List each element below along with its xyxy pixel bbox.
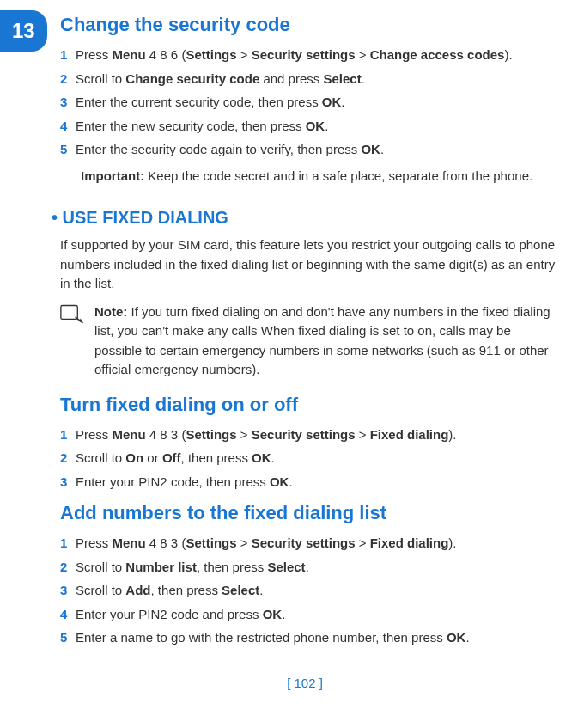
bold-text: Settings: [186, 47, 236, 62]
step-number: 2: [60, 449, 76, 468]
step-number: 3: [60, 93, 76, 113]
bold-text: Select: [323, 71, 361, 86]
bold-text: Menu: [113, 535, 146, 550]
list-item: 2Scroll to Number list, then press Selec…: [60, 558, 558, 578]
list-item: 5Enter a name to go with the restricted …: [60, 628, 558, 648]
bold-text: Settings: [186, 535, 236, 550]
steps-change-security-code: 1Press Menu 4 8 6 (Settings > Security s…: [60, 46, 558, 160]
important-text: Keep the code secret and in a safe place…: [144, 168, 532, 183]
step-number: 4: [60, 117, 76, 137]
chapter-tab: 13: [0, 10, 47, 52]
list-item: 5Enter the security code again to verify…: [60, 140, 558, 160]
note-text: If you turn fixed dialing on and don't h…: [94, 304, 551, 377]
step-number: 5: [60, 628, 76, 648]
step-number: 4: [60, 605, 76, 625]
heading-use-fixed-dialing: USE FIXED DIALING: [52, 205, 558, 230]
bold-text: Fixed dialing: [370, 535, 449, 550]
bold-text: OK: [252, 450, 271, 465]
bold-text: Select: [267, 560, 305, 574]
step-number: 2: [60, 70, 76, 89]
bold-text: Fixed dialing: [370, 427, 449, 442]
steps-turn-fixed-dialing: 1Press Menu 4 8 3 (Settings > Security s…: [60, 425, 558, 492]
note-text-block: Note: If you turn fixed dialing on and d…: [94, 303, 558, 380]
bold-text: Menu: [113, 47, 146, 62]
heading-add-numbers: Add numbers to the fixed dialing list: [60, 499, 558, 527]
step-number: 5: [60, 140, 76, 160]
step-number: 1: [60, 534, 76, 554]
bold-text: OK: [322, 95, 342, 109]
step-number: 3: [60, 581, 76, 601]
important-block: Important: Keep the code secret and in a…: [81, 167, 558, 187]
list-item: 4Enter the new security code, then press…: [60, 117, 558, 137]
bold-text: Select: [222, 583, 259, 597]
list-item: 3Scroll to Add, then press Select.: [60, 581, 558, 601]
bold-text: Add: [125, 583, 150, 597]
bold-text: Change access codes: [370, 47, 505, 62]
list-item: 2Scroll to Change security code and pres…: [60, 70, 558, 89]
note-label: Note:: [94, 304, 127, 319]
bold-text: Security settings: [252, 427, 356, 442]
svg-rect-0: [61, 305, 77, 319]
bold-text: OK: [263, 607, 283, 621]
bold-text: Security settings: [252, 535, 356, 550]
bold-text: Off: [162, 450, 181, 465]
bold-text: Number list: [125, 560, 197, 574]
intro-use-fixed-dialing: If supported by your SIM card, this feat…: [60, 236, 558, 294]
bold-text: Change security code: [125, 71, 259, 86]
list-item: 3Enter the current security code, then p…: [60, 93, 558, 113]
heading-change-security-code: Change the security code: [60, 10, 558, 39]
step-number: 2: [60, 558, 76, 578]
bold-text: OK: [361, 142, 380, 156]
list-item: 4Enter your PIN2 code and press OK.: [60, 605, 558, 625]
bold-text: On: [125, 450, 143, 465]
step-number: 1: [60, 425, 76, 445]
bold-text: Security settings: [252, 47, 356, 62]
note-block: Note: If you turn fixed dialing on and d…: [60, 303, 558, 380]
step-number: 1: [60, 46, 76, 65]
bold-text: OK: [306, 119, 325, 133]
bold-text: OK: [270, 474, 289, 489]
bold-text: OK: [447, 630, 466, 645]
heading-turn-fixed-dialing: Turn fixed dialing on or off: [60, 390, 558, 419]
page: 13 Change the security code 1Press Menu …: [0, 10, 584, 714]
steps-add-numbers: 1Press Menu 4 8 3 (Settings > Security s…: [60, 534, 558, 648]
step-number: 3: [60, 473, 76, 492]
list-item: 3Enter your PIN2 code, then press OK.: [60, 473, 558, 492]
list-item: 1Press Menu 4 8 6 (Settings > Security s…: [60, 46, 558, 65]
important-label: Important:: [81, 168, 144, 183]
list-item: 1Press Menu 4 8 3 (Settings > Security s…: [60, 425, 558, 445]
bold-text: Menu: [113, 427, 146, 442]
note-icon: [60, 304, 88, 333]
page-footer: [ 102 ]: [52, 674, 558, 694]
list-item: 2Scroll to On or Off, then press OK.: [60, 449, 558, 468]
list-item: 1Press Menu 4 8 3 (Settings > Security s…: [60, 534, 558, 554]
bold-text: Settings: [186, 427, 236, 442]
